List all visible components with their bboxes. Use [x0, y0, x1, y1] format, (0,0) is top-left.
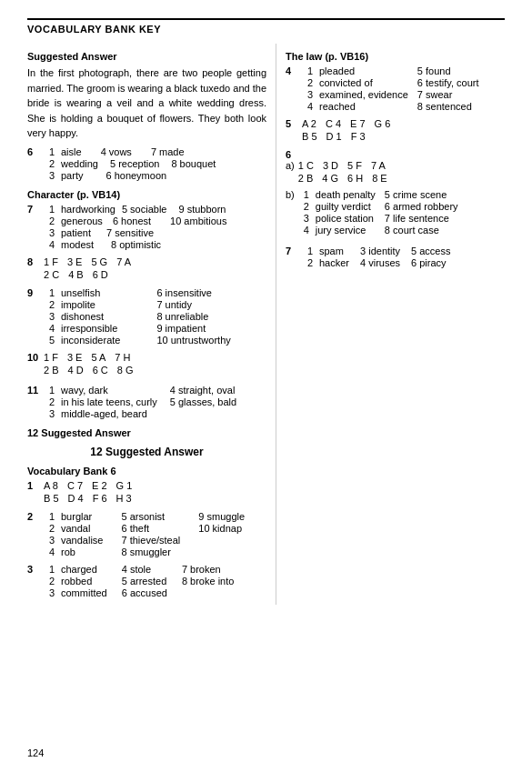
left-column: Suggested Answer In the first photograph…	[27, 44, 276, 605]
list-item: 2 B 4 D 6 C 8 G	[44, 365, 134, 376]
list-item: 1 F 3 E 5 A 7 H	[44, 352, 134, 363]
page-number: 124	[27, 747, 44, 758]
list-item: 9 smuggle	[198, 511, 245, 522]
list-item: 4jury service	[298, 225, 376, 236]
crime-3-num: 3	[27, 564, 42, 599]
list-item: 6 testify, court	[417, 77, 479, 88]
list-item: 2 C 4 B 6 D	[44, 269, 131, 280]
cyber-section-7: 7 1spam 2hacker 3 identity 4 viruses 5 a…	[286, 246, 505, 269]
section-12: 12 Suggested Answer	[27, 427, 266, 438]
list-item: 3middle-aged, beard	[44, 408, 157, 419]
list-item: 1charged	[44, 564, 107, 575]
crime-1-num: 1	[27, 480, 42, 506]
list-item: 7 thieve/steal	[121, 535, 180, 546]
section-11: 11 1wavy, dark 2in his late teens, curly…	[27, 385, 266, 420]
crime-section-2: 2 1burglar 2vandal 3vandalise 4rob 5 ars…	[27, 511, 266, 558]
list-item: 5 crime scene	[385, 189, 458, 200]
list-item: 5 arrested	[122, 576, 167, 587]
list-item: 3vandalise	[44, 535, 103, 546]
list-item: 2guilty verdict	[298, 201, 376, 212]
section-9-num: 9	[27, 287, 42, 346]
law-6-num: 6	[286, 149, 300, 160]
list-item: 1hardworking 5 sociable 9 stubborn	[44, 204, 226, 215]
list-item: 3examined, evidence	[302, 89, 408, 100]
list-item: 4reached	[302, 101, 408, 112]
list-item: 8 broke into	[182, 576, 234, 587]
list-item: 2vandal	[44, 523, 103, 534]
crime-header: Vocabulary Bank 6	[27, 466, 266, 476]
list-item: 3police station	[298, 213, 376, 224]
list-item: 1death penalty	[298, 189, 376, 200]
list-item: 1pleaded	[302, 65, 408, 76]
list-item: 4 straight, oval	[170, 385, 236, 396]
list-item: 1burglar	[44, 511, 103, 522]
list-item: 1wavy, dark	[44, 385, 157, 396]
list-item: 2in his late teens, curly	[44, 396, 157, 407]
section-11-num: 11	[27, 385, 42, 420]
suggested-answer-text-1: In the first photograph, there are two p…	[27, 65, 266, 141]
list-item: 6 piracy	[411, 257, 450, 268]
vocab-bank-6-title: 12 Suggested Answer	[27, 446, 266, 458]
list-item: 5 access	[411, 246, 450, 256]
list-item: 9 impatient	[156, 323, 230, 334]
section-6: 6 1aisle 4 vows 7 made 2wedding 5 recept…	[27, 146, 266, 182]
list-item: A 8 C 7 E 2 G 1	[44, 480, 132, 491]
list-item: 6 theft	[121, 523, 180, 534]
list-item: 2 B 4 G 6 H 8 E	[298, 173, 387, 184]
section-10: 10 1 F 3 E 5 A 7 H 2 B 4 D 6 C 8 G	[27, 352, 266, 377]
crime-section-1: 1 A 8 C 7 E 2 G 1 B 5 D 4 F 6 H 3	[27, 480, 266, 506]
list-item: 1 F 3 E 5 G 7 A	[44, 256, 131, 267]
list-item: 3party 6 honeymoon	[44, 170, 216, 181]
crime-2-num: 2	[27, 511, 42, 558]
section-8-num: 8	[27, 256, 42, 282]
law-header: The law (p. VB16)	[286, 51, 505, 62]
law-5-num: 5	[286, 118, 300, 144]
crime-section-3: 3 1charged 2robbed 3committed 4 stole 5 …	[27, 564, 266, 599]
law-section-4: 4 1pleaded 2convicted of 3examined, evid…	[286, 65, 505, 113]
list-item: 4irresponsible	[44, 323, 120, 334]
list-item: 6 accused	[122, 587, 167, 598]
list-item: 3 identity	[360, 246, 400, 256]
list-item: 4 stole	[122, 564, 167, 575]
list-item: 7 broken	[182, 564, 234, 575]
list-item: 2robbed	[44, 576, 107, 587]
list-item: 3dishonest	[44, 311, 120, 322]
section-10-num: 10	[27, 352, 42, 377]
list-item: 2hacker	[302, 257, 349, 268]
suggested-answer-label-1: Suggested Answer	[27, 51, 266, 62]
list-item: 8 unreliable	[156, 311, 230, 322]
cyber-7-num: 7	[286, 246, 300, 269]
list-item: 5 arsonist	[121, 511, 180, 522]
right-column: The law (p. VB16) 4 1pleaded 2convicted …	[276, 44, 505, 605]
list-item: 4rob	[44, 546, 103, 557]
list-item: 6 insensitive	[156, 287, 230, 298]
list-item: 2generous 6 honest 10 ambitious	[44, 216, 226, 226]
list-item: 3patient 7 sensitive	[44, 227, 226, 238]
list-item: A 2 C 4 E 7 G 6	[302, 118, 390, 129]
list-item: 2convicted of	[302, 77, 408, 88]
list-item: 2wedding 5 reception 8 bouquet	[44, 158, 216, 169]
section-7: 7 1hardworking 5 sociable 9 stubborn 2ge…	[27, 204, 266, 251]
list-item: 5inconsiderate	[44, 335, 120, 346]
list-item: 5 glasses, bald	[170, 396, 236, 407]
section-8: 8 1 F 3 E 5 G 7 A 2 C 4 B 6 D	[27, 256, 266, 282]
list-item: 8 court case	[385, 225, 458, 236]
page-header: VOCABULARY BANK KEY	[27, 18, 505, 35]
list-item: 1spam	[302, 246, 349, 256]
list-item: 4modest 8 optimistic	[44, 239, 226, 250]
list-item: 7 swear	[417, 89, 479, 100]
character-header: Character (p. VB14)	[27, 189, 266, 200]
list-item: B 5 D 4 F 6 H 3	[44, 493, 132, 504]
law-4-num: 4	[286, 65, 300, 113]
list-item: 6 armed robbery	[385, 201, 458, 212]
list-item: B 5 D 1 F 3	[302, 131, 390, 142]
section-6-num: 6	[27, 146, 42, 182]
list-item: 7 untidy	[156, 299, 230, 310]
list-item: 8 smuggler	[121, 546, 180, 557]
list-item: 1aisle 4 vows 7 made	[44, 146, 216, 157]
list-item: 3committed	[44, 587, 107, 598]
list-item: 7 life sentence	[385, 213, 458, 224]
list-item: 5 found	[417, 65, 479, 76]
section-9: 9 1unselfish 2impolite 3dishonest 4irres…	[27, 287, 266, 346]
list-item: 4 viruses	[360, 257, 400, 268]
